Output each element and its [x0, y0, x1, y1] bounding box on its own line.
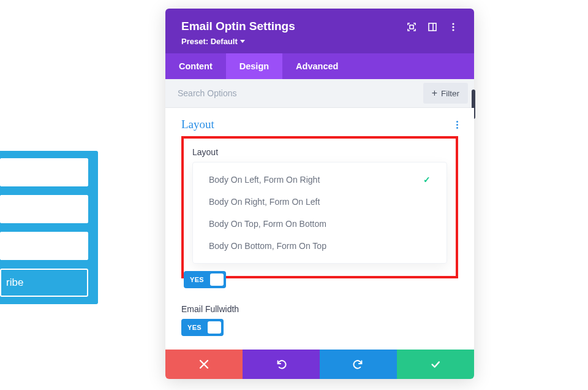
optin-input[interactable] [0, 158, 88, 186]
optin-input[interactable] [0, 195, 88, 223]
layout-highlight-annotation: Layout Body On Left, Form On Right ✓ Bod… [181, 136, 458, 278]
more-icon[interactable] [448, 22, 458, 32]
panel-layout-icon[interactable] [428, 22, 437, 32]
expand-icon[interactable] [407, 22, 417, 32]
svg-point-5 [452, 29, 454, 31]
preset-selector[interactable]: Preset: Default [181, 37, 295, 46]
panel-body: Layout Layout Body On Left, Form On Righ… [165, 108, 474, 350]
search-row: + Filter [165, 79, 474, 108]
optin-input[interactable] [0, 232, 88, 260]
redo-button[interactable] [320, 350, 397, 379]
email-fullwidth-block: Email Fullwidth YES [181, 304, 458, 336]
section-title-layout[interactable]: Layout [181, 118, 214, 131]
tab-bar: Content Design Advanced [165, 53, 474, 79]
email-fullwidth-toggle[interactable]: YES [181, 319, 224, 336]
layout-dropdown: Body On Left, Form On Right ✓ Body On Ri… [192, 162, 447, 264]
svg-point-3 [452, 23, 454, 25]
layout-option[interactable]: Body On Right, Form On Left [198, 191, 442, 213]
chevron-down-icon [240, 40, 245, 43]
layout-option[interactable]: Body On Top, Form On Bottom [198, 213, 442, 235]
svg-point-4 [452, 26, 454, 28]
panel-title: Email Optin Settings [181, 20, 295, 33]
section-more-icon[interactable] [456, 120, 458, 130]
check-icon: ✓ [423, 175, 431, 185]
svg-rect-1 [429, 23, 436, 31]
settings-panel: Email Optin Settings Preset: Default Con… [165, 9, 474, 379]
email-fullwidth-label: Email Fullwidth [181, 304, 458, 314]
layout-option[interactable]: Body On Bottom, Form On Top [198, 235, 442, 257]
optin-subscribe-button[interactable]: ribe [0, 269, 88, 297]
optin-preview-fragment: ribe [0, 151, 98, 304]
header-actions [407, 20, 458, 32]
name-fullwidth-toggle-peek[interactable]: YES [184, 271, 226, 288]
tab-design[interactable]: Design [226, 53, 282, 79]
tab-content[interactable]: Content [165, 53, 226, 79]
search-input[interactable] [165, 80, 423, 107]
layout-option[interactable]: Body On Left, Form On Right ✓ [198, 169, 442, 191]
svg-rect-0 [410, 25, 413, 29]
layout-field-label: Layout [192, 147, 447, 157]
plus-icon: + [432, 88, 437, 98]
save-button[interactable] [397, 350, 474, 379]
filter-button[interactable]: + Filter [423, 83, 468, 104]
undo-button[interactable] [243, 350, 320, 379]
panel-header: Email Optin Settings Preset: Default [165, 9, 474, 53]
tab-advanced[interactable]: Advanced [282, 53, 352, 79]
panel-footer [165, 350, 474, 379]
cancel-button[interactable] [165, 350, 243, 379]
